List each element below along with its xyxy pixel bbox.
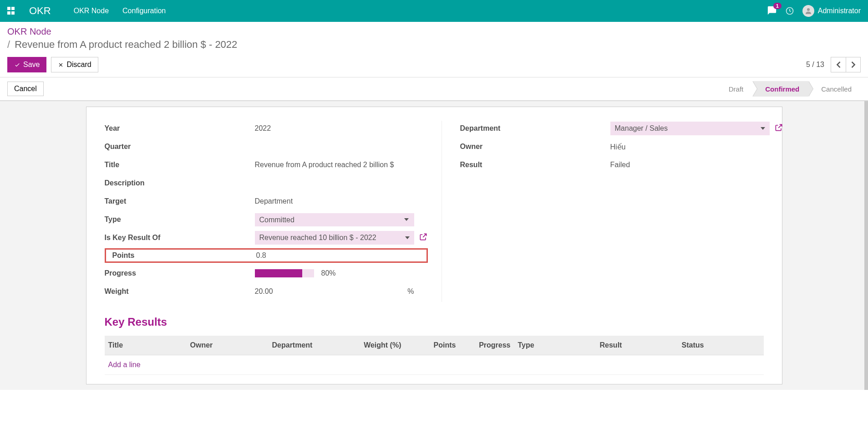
form-right-column: Department Manager / Sales Owner Hiếu [460,121,783,302]
external-link-department[interactable] [774,123,783,134]
external-link-parent[interactable] [419,232,428,243]
label-type: Type [105,215,255,224]
form-left-column: Year 2022 Quarter Title Revenue from A p… [105,121,442,302]
department-select[interactable]: Manager / Sales [610,122,770,135]
progress-bar [255,269,314,277]
user-name: Administrator [818,7,861,15]
label-year: Year [105,124,255,133]
label-title: Title [105,161,255,169]
col-weight[interactable]: Weight (%) [350,336,405,355]
caret-down-icon [405,236,410,239]
top-navbar: OKR OKR Node Configuration 1 Administrat… [0,0,868,22]
label-department: Department [460,124,610,133]
label-points: Points [106,251,256,260]
col-status[interactable]: Status [678,336,764,355]
col-department[interactable]: Department [269,336,350,355]
label-result: Result [460,161,610,169]
avatar-icon [802,5,814,17]
col-points[interactable]: Points [405,336,460,355]
external-link-icon [774,123,783,132]
activity-icon[interactable] [785,6,794,15]
weight-unit: % [407,287,414,296]
col-result[interactable]: Result [596,336,678,355]
value-year[interactable]: 2022 [255,124,428,133]
stage-draft[interactable]: Draft [716,81,753,97]
nav-okr-node[interactable]: OKR Node [74,7,109,15]
label-progress: Progress [105,269,255,277]
label-quarter: Quarter [105,143,255,151]
breadcrumb-separator: / [7,39,10,51]
value-points[interactable]: 0.8 [256,251,426,260]
discard-button[interactable]: Discard [51,57,98,72]
close-icon [58,62,64,68]
control-panel: OKR Node / Revenue from A product reache… [0,22,868,77]
label-is-key-result-of: Is Key Result Of [105,234,255,242]
value-weight[interactable]: 20.00 [255,287,273,296]
value-owner[interactable]: Hiếu [610,143,783,151]
stage-cancelled[interactable]: Cancelled [808,81,861,97]
type-select[interactable]: Committed [255,213,414,226]
status-bar: Cancel Draft Confirmed Cancelled [0,77,868,101]
apps-icon[interactable] [7,7,15,15]
table-header-row: Title Owner Department Weight (%) Points… [105,336,764,355]
nav-configuration[interactable]: Configuration [122,7,166,15]
pager-next[interactable] [846,57,860,72]
chat-icon[interactable]: 1 [767,5,777,17]
is-key-result-of-select[interactable]: Revenue reached 10 billion $ - 2022 [255,231,414,245]
label-owner: Owner [460,143,610,151]
breadcrumb: OKR Node / Revenue from A product reache… [7,26,861,51]
check-icon [14,61,20,68]
caret-down-icon [761,127,765,130]
progress-text: 80% [321,269,336,277]
cancel-button[interactable]: Cancel [7,82,44,96]
col-title[interactable]: Title [105,336,187,355]
add-line-link[interactable]: Add a line [108,361,141,368]
col-type[interactable]: Type [514,336,596,355]
table-row: Add a line [105,355,764,375]
label-target: Target [105,197,255,205]
chevron-left-icon [836,61,841,68]
value-result[interactable]: Failed [610,161,783,169]
app-title[interactable]: OKR [29,5,51,17]
value-title[interactable]: Revenue from A product reached 2 billion… [255,161,428,169]
svg-point-1 [807,8,810,11]
breadcrumb-root[interactable]: OKR Node [7,26,861,37]
points-highlight: Points 0.8 [105,248,428,263]
pager-prev[interactable] [831,57,846,72]
progress-fill [255,269,302,277]
pager: 5 / 13 [806,57,861,72]
chevron-right-icon [851,61,856,68]
external-link-icon [419,232,428,241]
sheet-background: Year 2022 Quarter Title Revenue from A p… [0,101,868,390]
save-button[interactable]: Save [7,57,46,72]
user-menu[interactable]: Administrator [802,5,861,17]
stage-confirmed[interactable]: Confirmed [752,81,808,97]
form-sheet: Year 2022 Quarter Title Revenue from A p… [86,107,782,384]
key-results-title: Key Results [105,316,764,328]
key-results-table: Title Owner Department Weight (%) Points… [105,336,764,375]
value-target[interactable]: Department [255,197,428,205]
col-owner[interactable]: Owner [187,336,269,355]
breadcrumb-current: Revenue from A product reached 2 billion… [15,39,237,51]
label-description: Description [105,179,255,187]
chat-badge: 1 [773,3,782,9]
pager-text[interactable]: 5 / 13 [806,61,824,69]
status-stages: Draft Confirmed Cancelled [716,81,861,97]
col-progress[interactable]: Progress [460,336,514,355]
label-weight: Weight [105,287,255,296]
